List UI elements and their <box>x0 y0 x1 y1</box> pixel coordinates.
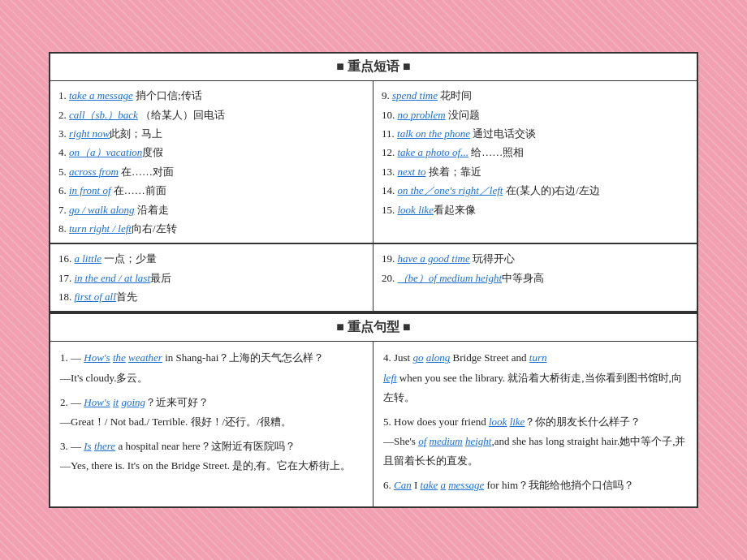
vocab-item: 2. call（sb.）back （给某人）回电话 <box>58 106 365 124</box>
blank-phrase: left <box>383 372 397 384</box>
sentence-right-col: 4. Just go along Bridge Street and turnl… <box>374 342 697 506</box>
sentence-section-title: ■ 重点句型 ■ <box>50 314 697 342</box>
vocab-item: 3. right now此刻；马上 <box>58 124 365 143</box>
vocab-item: 5. across from 在……对面 <box>58 162 365 181</box>
vocab-item: 6. in front of 在……前面 <box>58 181 365 200</box>
sentence-item: 4. Just go along Bridge Street and turnl… <box>383 348 687 407</box>
vocab-bottom-left: 16. a little 一点；少量17. in the end / at la… <box>50 244 374 311</box>
blank-phrase: turn <box>529 351 547 364</box>
blank-phrase: Can <box>394 479 412 491</box>
plain-text: in Shang-hai？上海的天气怎么样？ <box>162 351 324 364</box>
phrase: in the end / at last <box>75 272 151 284</box>
vocab-item: 7. go / walk along 沿着走 <box>58 200 365 219</box>
blank-phrase: like <box>510 416 525 428</box>
blank-phrase: there <box>94 440 115 452</box>
phrase: on（a）vacation <box>69 146 142 158</box>
sentence-num: 3. <box>60 440 68 452</box>
sentence-item: 6. Can I take a message for him？我能给他捎个口信… <box>383 476 687 495</box>
vocab-item: 12. take a photo of... 给……照相 <box>382 143 689 162</box>
phrase: （be）of medium height <box>398 272 503 284</box>
blank-phrase: message <box>448 479 484 491</box>
blank-phrase: along <box>426 351 451 364</box>
plain-text: —Great！/ Not bad./ Terrible. 很好！/还行。/很糟。 <box>60 416 291 428</box>
phrase: talk on the phone <box>397 127 470 140</box>
vocab-grid-top: 1. take a message 捎个口信;传话2. call（sb.）bac… <box>50 81 697 243</box>
blank-phrase: go <box>412 351 423 364</box>
phrase: have a good time <box>398 252 470 265</box>
vocab-section-title: ■ 重点短语 ■ <box>50 54 697 81</box>
vocab-item: 17. in the end / at last最后 <box>58 269 365 287</box>
phrase: call（sb.）back <box>69 109 138 121</box>
vocab-item: 13. next to 挨着；靠近 <box>382 162 689 181</box>
plain-text: — <box>71 351 84 364</box>
plain-text: for him？我能给他捎个口信吗？ <box>484 479 634 491</box>
sentence-num: 4. <box>383 351 391 364</box>
sentence-item: 3. — Is there a hospital near here？这附近有医… <box>60 437 363 476</box>
vocab-item: 15. look like看起来像 <box>382 200 689 219</box>
sentence-grid: 1. — How's the weather in Shang-hai？上海的天… <box>50 342 697 506</box>
phrase: turn right / left <box>69 222 132 235</box>
blank-phrase: How's <box>84 351 110 364</box>
main-container: ■ 重点短语 ■ 1. take a message 捎个口信;传话2. cal… <box>49 52 698 508</box>
phrase: next to <box>398 166 426 178</box>
vocab-item: 1. take a message 捎个口信;传话 <box>58 86 365 105</box>
vocab-item: 16. a little 一点；少量 <box>58 249 365 268</box>
plain-text: How does your friend <box>394 416 489 428</box>
phrase: first of all <box>75 291 116 303</box>
plain-text: I <box>412 479 421 491</box>
phrase: a little <box>75 252 102 265</box>
plain-text: — <box>71 440 84 452</box>
vocab-item: 4. on（a）vacation度假 <box>58 143 365 162</box>
blank-phrase: a <box>440 479 446 491</box>
sentence-item: 1. — How's the weather in Shang-hai？上海的天… <box>60 348 363 387</box>
plain-text: —It's cloudy.多云。 <box>60 372 148 384</box>
phrase: look like <box>398 204 434 216</box>
sentence-left-col: 1. — How's the weather in Shang-hai？上海的天… <box>50 342 374 506</box>
sentence-item: 2. — How's it going？近来可好？—Great！/ Not ba… <box>60 393 363 432</box>
plain-text: —Yes, there is. It's on the Bridge Stree… <box>60 459 352 472</box>
sentence-num: 6. <box>383 479 391 491</box>
blank-phrase: weather <box>128 351 162 364</box>
blank-phrase: How's <box>84 396 110 408</box>
plain-text: — <box>71 396 84 408</box>
plain-text: ？你的朋友长什么样子？ <box>525 416 641 428</box>
vocab-bottom-right: 19. have a good time 玩得开心20. （be）of medi… <box>374 244 697 311</box>
sentence-num: 1. <box>60 351 68 364</box>
vocab-right-col: 9. spend time 花时间10. no problem 没问题11. t… <box>374 81 697 243</box>
vocab-item: 19. have a good time 玩得开心 <box>382 249 689 268</box>
plain-text: ？近来可好？ <box>145 396 209 408</box>
phrase: on the／one's right／left <box>398 184 503 196</box>
blank-phrase: take <box>421 479 438 491</box>
plain-text: Just <box>394 351 412 364</box>
blank-phrase: look <box>489 416 507 428</box>
plain-text: —She's <box>383 435 418 447</box>
blank-phrase: going <box>121 396 145 408</box>
vocab-item: 14. on the／one's right／left 在(某人的)右边/左边 <box>382 181 689 200</box>
phrase: go / walk along <box>69 204 135 216</box>
phrase: right now <box>69 127 110 140</box>
vocab-item: 18. first of all首先 <box>58 287 365 306</box>
plain-text: when you see the library. 就沿着大桥街走,当你看到图书… <box>383 372 682 403</box>
sentence-num: 2. <box>60 396 68 408</box>
plain-text: a hospital near here？这附近有医院吗？ <box>115 440 296 452</box>
blank-phrase: height <box>465 435 492 447</box>
vocab-item: 9. spend time 花时间 <box>382 86 689 105</box>
phrase: take a photo of... <box>398 146 468 158</box>
blank-phrase: medium <box>430 435 463 447</box>
vocab-left-col: 1. take a message 捎个口信;传话2. call（sb.）bac… <box>50 81 374 243</box>
blank-phrase: Is <box>84 440 91 452</box>
vocab-bottom-row: 16. a little 一点；少量17. in the end / at la… <box>50 243 697 312</box>
blank-phrase: of <box>418 435 426 447</box>
phrase: spend time <box>392 89 438 101</box>
vocab-item: 8. turn right / left向右/左转 <box>58 219 365 238</box>
phrase: take a message <box>69 89 133 101</box>
phrase: in front of <box>69 184 111 196</box>
blank-phrase: the <box>113 351 126 364</box>
vocab-item: 20. （be）of medium height中等身高 <box>382 269 689 287</box>
plain-text: Bridge Street and <box>450 351 529 364</box>
sentence-num: 5. <box>383 416 391 428</box>
vocab-item: 11. talk on the phone 通过电话交谈 <box>382 124 689 143</box>
phrase: across from <box>69 166 119 178</box>
sentence-item: 5. How does your friend look like？你的朋友长什… <box>383 412 687 471</box>
phrase: no problem <box>398 109 446 121</box>
